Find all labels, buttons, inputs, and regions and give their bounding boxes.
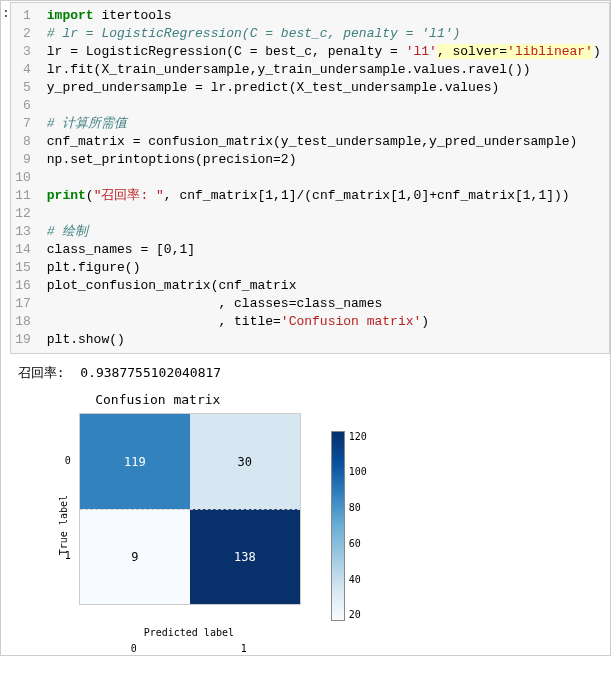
code-line[interactable]: np.set_printoptions(precision=2) [47,151,601,169]
confusion-matrix-chart: Confusion matrix True label 119 30 9 138… [18,392,602,646]
code-line[interactable]: import itertools [47,7,601,25]
code-line[interactable] [47,97,601,115]
cbar-tick: 100 [349,466,367,477]
line-number: 15 [15,259,31,277]
line-number: 8 [15,133,31,151]
x-tick-0: 0 [131,643,137,654]
code-line[interactable]: class_names = [0,1] [47,241,601,259]
output-area: 召回率: 0.9387755102040817 Confusion matrix… [10,354,610,654]
line-number: 17 [15,295,31,313]
code-line[interactable]: lr = LogisticRegression(C = best_c, pena… [47,43,601,61]
line-number: 6 [15,97,31,115]
chart-title: Confusion matrix [18,392,298,407]
line-number: 12 [15,205,31,223]
cbar-tick: 120 [349,431,367,442]
code-line[interactable]: plt.figure() [47,259,601,277]
code-editor[interactable]: import itertools# lr = LogisticRegressio… [39,3,609,353]
line-number: 5 [15,79,31,97]
colorbar-gradient [331,431,345,621]
heatmap-matrix: 119 30 9 138 0 1 0 1 Predicted label [79,413,301,638]
code-line[interactable]: print("召回率: ", cnf_matrix[1,1]/(cnf_matr… [47,187,601,205]
x-axis-label: Predicted label [79,627,299,638]
y-axis-label: True label [58,495,69,555]
colorbar-ticks: 120 100 80 60 40 20 [349,431,367,621]
code-line[interactable]: # 计算所需值 [47,115,601,133]
y-tick-0: 0 [65,455,71,466]
recall-label: 召回率: [18,365,65,380]
cell-0-1: 30 [190,414,300,509]
recall-value: 0.9387755102040817 [80,365,221,380]
line-number: 11 [15,187,31,205]
line-number: 13 [15,223,31,241]
code-line[interactable]: y_pred_undersample = lr.predict(X_test_u… [47,79,601,97]
code-line[interactable] [47,205,601,223]
line-number: 19 [15,331,31,349]
cbar-tick: 80 [349,502,367,513]
cell-prompt: : [2,2,10,654]
cell-0-0: 119 [80,414,190,509]
output-text: 召回率: 0.9387755102040817 [18,364,602,382]
cbar-tick: 60 [349,538,367,549]
line-number: 14 [15,241,31,259]
code-line[interactable]: plt.show() [47,331,601,349]
code-line[interactable] [47,169,601,187]
line-number-gutter: 12345678910111213141516171819 [11,3,39,353]
y-tick-1: 1 [65,550,71,561]
code-line[interactable]: lr.fit(X_train_undersample,y_train_under… [47,61,601,79]
line-number: 4 [15,61,31,79]
line-number: 10 [15,169,31,187]
code-line[interactable]: # lr = LogisticRegression(C = best_c, pe… [47,25,601,43]
cbar-tick: 40 [349,574,367,585]
line-number: 3 [15,43,31,61]
x-tick-1: 1 [241,643,247,654]
cell-1-1: 138 [190,509,300,604]
line-number: 18 [15,313,31,331]
code-line[interactable]: , classes=class_names [47,295,601,313]
code-cell[interactable]: 12345678910111213141516171819 import ite… [10,2,610,354]
line-number: 2 [15,25,31,43]
code-line[interactable]: plot_confusion_matrix(cnf_matrix [47,277,601,295]
line-number: 1 [15,7,31,25]
code-line[interactable]: # 绘制 [47,223,601,241]
line-number: 9 [15,151,31,169]
code-line[interactable]: cnf_matrix = confusion_matrix(y_test_und… [47,133,601,151]
line-number: 7 [15,115,31,133]
cell-1-0: 9 [80,509,190,604]
colorbar: 120 100 80 60 40 20 [331,431,367,621]
line-number: 16 [15,277,31,295]
code-line[interactable]: , title='Confusion matrix') [47,313,601,331]
cbar-tick: 20 [349,609,367,620]
